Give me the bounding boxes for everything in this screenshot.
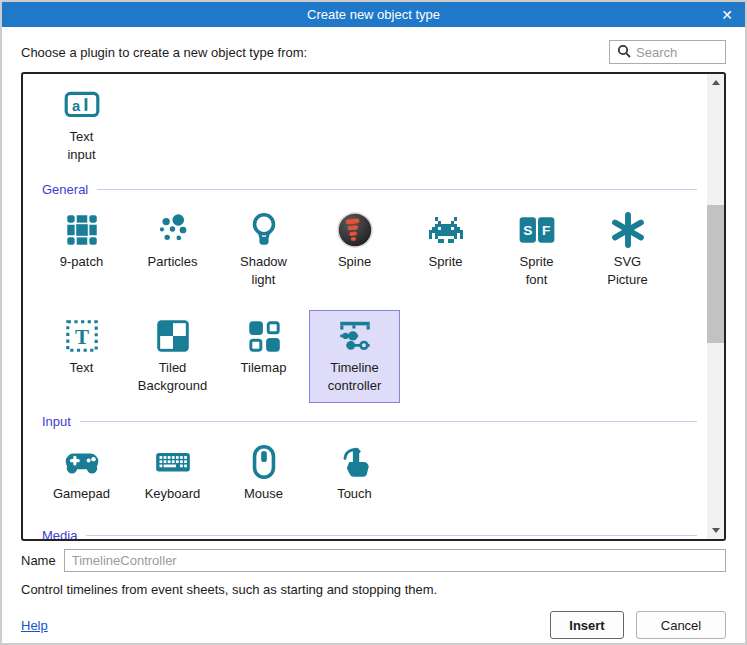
list-scrollbar[interactable]	[707, 74, 724, 539]
plugin-item-tiled-background[interactable]: Tiled Background	[127, 310, 218, 403]
touch-icon	[335, 442, 375, 482]
plugin-item-label: Text input	[67, 128, 95, 164]
text-input-icon: a	[62, 85, 102, 125]
plugin-list: a Text input General	[21, 72, 726, 541]
plugin-row-input: Gamepad	[36, 436, 707, 511]
particles-icon	[153, 210, 193, 250]
name-input[interactable]	[64, 549, 726, 572]
plugin-list-content: a Text input General	[23, 74, 707, 539]
up-arrow-icon	[712, 80, 720, 85]
plugin-item-keyboard[interactable]: Keyboard	[127, 436, 218, 511]
plugin-item-tilemap[interactable]: Tilemap	[218, 310, 309, 385]
text-icon: T	[62, 316, 102, 356]
scrollbar-thumb[interactable]	[707, 205, 724, 343]
svg-text:T: T	[74, 325, 88, 349]
section-label: General	[42, 182, 88, 197]
timeline-controller-icon	[335, 316, 375, 356]
plugin-item-shadow-light[interactable]: Shadow light	[218, 204, 309, 297]
dialog-content: Choose a plugin to create a new object t…	[2, 27, 745, 643]
plugin-item-text-input[interactable]: a Text input	[36, 79, 127, 172]
plugin-item-svg-picture[interactable]: SVG Picture	[582, 204, 673, 297]
plugin-item-label: Mouse	[244, 485, 283, 503]
section-header-input: Input	[36, 414, 707, 429]
prompt-label: Choose a plugin to create a new object t…	[21, 45, 307, 60]
section-header-general: General	[36, 182, 707, 197]
plugin-item-label: Spine	[338, 253, 371, 271]
plugin-item-label: Tilemap	[241, 359, 287, 377]
svg-text:F: F	[542, 223, 550, 238]
plugin-item-sprite[interactable]: Sprite	[400, 204, 491, 279]
plugin-item-mouse[interactable]: Mouse	[218, 436, 309, 511]
plugin-item-label: Keyboard	[145, 485, 201, 503]
sprite-font-icon: S F	[517, 210, 557, 250]
plugin-item-label: Gamepad	[53, 485, 110, 503]
scrollbar-down-button[interactable]	[707, 522, 724, 539]
plugin-item-timeline-controller[interactable]: Timeline controller	[309, 310, 400, 403]
help-link[interactable]: Help	[21, 618, 48, 633]
plugin-item-particles[interactable]: Particles	[127, 204, 218, 279]
name-row: Name	[21, 548, 726, 572]
plugin-item-label: SVG Picture	[607, 253, 647, 289]
plugin-description: Control timelines from event sheets, suc…	[21, 582, 726, 597]
create-object-dialog: Create new object type ✕ Choose a plugin…	[0, 0, 747, 645]
section-label: Media	[42, 528, 77, 539]
tiled-background-icon	[153, 316, 193, 356]
search-icon	[617, 44, 631, 61]
plugin-item-text[interactable]: T Text	[36, 310, 127, 385]
cancel-button[interactable]: Cancel	[636, 611, 726, 639]
plugin-item-label: Tiled Background	[138, 359, 207, 395]
plugin-row-top: a Text input	[36, 74, 707, 172]
plugin-item-sprite-font[interactable]: S F Sprite font	[491, 204, 582, 297]
section-divider-line	[80, 421, 697, 422]
plugin-item-spine[interactable]: Spine	[309, 204, 400, 279]
spine-icon	[335, 210, 375, 250]
plugin-item-9-patch[interactable]: 9-patch	[36, 204, 127, 279]
mouse-icon	[244, 442, 284, 482]
plugin-row-general-2: T Text Tiled Backgr	[36, 310, 707, 403]
dialog-footer: Help Insert Cancel	[21, 611, 726, 639]
section-label: Input	[42, 414, 71, 429]
plugin-item-label: Timeline controller	[328, 359, 381, 395]
gamepad-icon	[62, 442, 102, 482]
close-icon[interactable]: ✕	[713, 2, 741, 27]
dialog-titlebar: Create new object type ✕	[2, 2, 745, 27]
svg-text:S: S	[523, 223, 532, 238]
plugin-item-label: Particles	[148, 253, 198, 271]
section-divider-line	[97, 189, 697, 190]
plugin-item-label: Sprite	[429, 253, 463, 271]
name-label: Name	[21, 553, 56, 568]
svg-picture-icon	[608, 210, 648, 250]
section-header-media: Media	[36, 528, 707, 539]
footer-buttons: Insert Cancel	[550, 611, 726, 639]
sprite-icon	[426, 210, 466, 250]
plugin-item-label: 9-patch	[60, 253, 103, 271]
section-divider-line	[86, 535, 697, 536]
plugin-row-general-1: 9-patch Particles	[36, 204, 707, 297]
plugin-item-label: Sprite font	[520, 253, 554, 289]
search-box[interactable]	[609, 40, 726, 64]
prompt-row: Choose a plugin to create a new object t…	[21, 40, 726, 64]
dialog-title: Create new object type	[307, 7, 440, 22]
svg-text:a: a	[72, 98, 81, 114]
plugin-item-touch[interactable]: Touch	[309, 436, 400, 511]
plugin-item-label: Touch	[337, 485, 372, 503]
scrollbar-up-button[interactable]	[707, 74, 724, 91]
plugin-item-label: Text	[70, 359, 94, 377]
search-input[interactable]	[636, 45, 716, 60]
down-arrow-icon	[712, 528, 720, 533]
nine-patch-icon	[62, 210, 102, 250]
insert-button[interactable]: Insert	[550, 611, 624, 639]
plugin-item-label: Shadow light	[240, 253, 287, 289]
shadow-light-icon	[244, 210, 284, 250]
plugin-item-gamepad[interactable]: Gamepad	[36, 436, 127, 511]
keyboard-icon	[153, 442, 193, 482]
tilemap-icon	[244, 316, 284, 356]
